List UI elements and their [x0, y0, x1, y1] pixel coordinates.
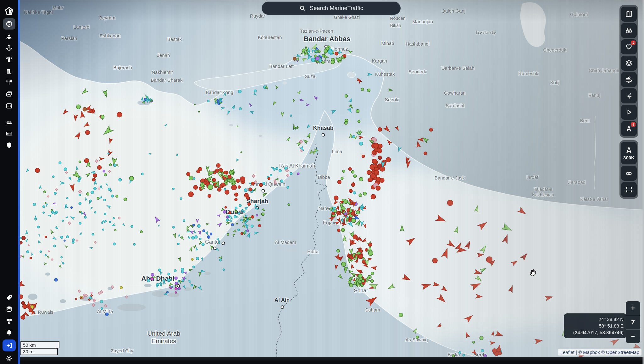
vessel-marker[interactable] — [175, 282, 178, 285]
vessel-marker[interactable] — [40, 251, 42, 253]
vessel-marker[interactable] — [60, 236, 63, 239]
vessel-marker[interactable] — [352, 183, 355, 185]
vessel-marker[interactable] — [224, 188, 226, 190]
vessel-marker[interactable] — [332, 212, 335, 215]
vessel-marker[interactable] — [79, 194, 81, 196]
vessel-marker[interactable] — [223, 269, 225, 271]
vessel-marker[interactable] — [103, 170, 105, 172]
sidebar-item-live-map[interactable] — [3, 18, 15, 30]
vessel-marker[interactable] — [133, 243, 135, 245]
vessel-marker[interactable] — [432, 258, 437, 263]
vessel-marker[interactable] — [22, 236, 25, 240]
vessel-marker[interactable] — [335, 52, 338, 55]
vessel-marker[interactable] — [84, 158, 89, 163]
vessel-marker[interactable] — [119, 178, 121, 181]
vessel-marker[interactable] — [497, 348, 501, 352]
vessel-marker[interactable] — [213, 178, 216, 182]
vessel-marker[interactable] — [79, 202, 81, 205]
vessel-marker[interactable] — [348, 281, 351, 284]
vessel-marker[interactable] — [324, 49, 328, 53]
vessel-marker[interactable] — [194, 104, 195, 105]
vessel-marker[interactable] — [117, 112, 122, 117]
vessel-marker[interactable] — [328, 50, 332, 54]
fullscreen-button[interactable] — [621, 182, 637, 197]
vessel-marker[interactable] — [337, 180, 341, 184]
vessel-marker[interactable] — [334, 196, 338, 200]
vessel-marker[interactable] — [70, 207, 72, 208]
vessel-marker[interactable] — [359, 142, 363, 146]
vessel-marker[interactable] — [276, 167, 278, 169]
vessel-marker[interactable] — [100, 300, 103, 303]
vessel-marker[interactable] — [241, 152, 242, 153]
vessel-marker[interactable] — [113, 218, 114, 219]
vessel-marker[interactable] — [67, 197, 68, 199]
vessel-marker[interactable] — [367, 170, 371, 175]
vessel-marker[interactable] — [243, 211, 245, 212]
vessel-marker[interactable] — [361, 88, 364, 91]
vessel-marker[interactable] — [124, 198, 127, 201]
vessel-marker[interactable] — [101, 115, 104, 119]
vessel-marker[interactable] — [228, 175, 231, 179]
vessel-marker[interactable] — [204, 181, 207, 185]
vessel-marker[interactable] — [356, 211, 360, 214]
vessel-marker[interactable] — [376, 186, 380, 190]
vessel-marker[interactable] — [195, 236, 197, 239]
vessel-marker[interactable] — [66, 236, 69, 238]
vessel-marker[interactable] — [363, 192, 367, 196]
vessel-marker[interactable] — [208, 185, 213, 190]
vessel-marker[interactable] — [235, 207, 237, 209]
vessel-marker[interactable] — [72, 239, 75, 241]
vessel-marker[interactable] — [245, 222, 247, 223]
vessel-marker[interactable] — [193, 178, 195, 179]
vessel-marker[interactable] — [104, 213, 106, 215]
vessel-marker[interactable] — [225, 190, 229, 194]
vessel-marker[interactable] — [492, 349, 497, 353]
vessel-marker[interactable] — [217, 100, 219, 102]
vessel-marker[interactable] — [225, 207, 227, 208]
vessel-marker[interactable] — [359, 194, 362, 197]
vessel-marker[interactable] — [322, 61, 325, 64]
vessel-marker[interactable] — [246, 196, 250, 200]
vessel-marker[interactable] — [247, 230, 249, 232]
vessel-marker[interactable] — [447, 200, 453, 206]
vessel-marker[interactable] — [231, 223, 234, 226]
vessel-marker[interactable] — [376, 177, 380, 181]
vessel-marker[interactable] — [362, 279, 364, 282]
sidebar-item-tags[interactable] — [3, 292, 15, 304]
vessel-marker[interactable] — [237, 126, 238, 127]
vessel-marker[interactable] — [339, 58, 341, 61]
map-attribution[interactable]: Leaflet | © Mapbox © OpenStreetMap — [558, 349, 641, 356]
filters-button[interactable] — [621, 23, 637, 38]
vessel-marker[interactable] — [207, 236, 210, 239]
vessel-marker[interactable] — [54, 192, 57, 195]
vessel-marker[interactable] — [203, 229, 205, 232]
vessel-marker[interactable] — [175, 287, 177, 290]
vessel-marker[interactable] — [85, 130, 90, 135]
vessel-marker[interactable] — [151, 273, 154, 276]
vessel-marker[interactable] — [168, 273, 170, 275]
vessel-marker[interactable] — [101, 307, 103, 309]
vessel-marker[interactable] — [374, 164, 377, 168]
vessel-marker[interactable] — [259, 183, 263, 186]
vessel-marker[interactable] — [192, 258, 194, 261]
vessel-marker[interactable] — [79, 161, 81, 163]
vessel-marker[interactable] — [208, 100, 209, 102]
vessel-marker[interactable] — [371, 272, 374, 275]
map-style-button[interactable] — [621, 7, 637, 22]
vessel-marker[interactable] — [163, 280, 165, 282]
vessel-marker[interactable] — [290, 172, 292, 175]
marinetraffic-logo-icon[interactable] — [3, 5, 15, 18]
vessel-marker[interactable] — [108, 188, 110, 190]
search-bar[interactable]: Search MarineTraffic — [262, 2, 401, 15]
vessel-marker[interactable] — [202, 243, 204, 246]
vessel-marker[interactable] — [344, 200, 348, 204]
vessel-marker[interactable] — [174, 270, 176, 272]
town-marker[interactable] — [322, 134, 325, 136]
vessel-marker[interactable] — [65, 205, 67, 207]
vessel-marker[interactable] — [227, 234, 229, 235]
vessel-marker[interactable] — [79, 222, 81, 224]
vessel-marker[interactable] — [287, 186, 289, 188]
vessel-marker[interactable] — [234, 215, 236, 218]
vessel-count-button[interactable]: 300K — [621, 142, 637, 164]
vessel-marker[interactable] — [33, 203, 36, 206]
